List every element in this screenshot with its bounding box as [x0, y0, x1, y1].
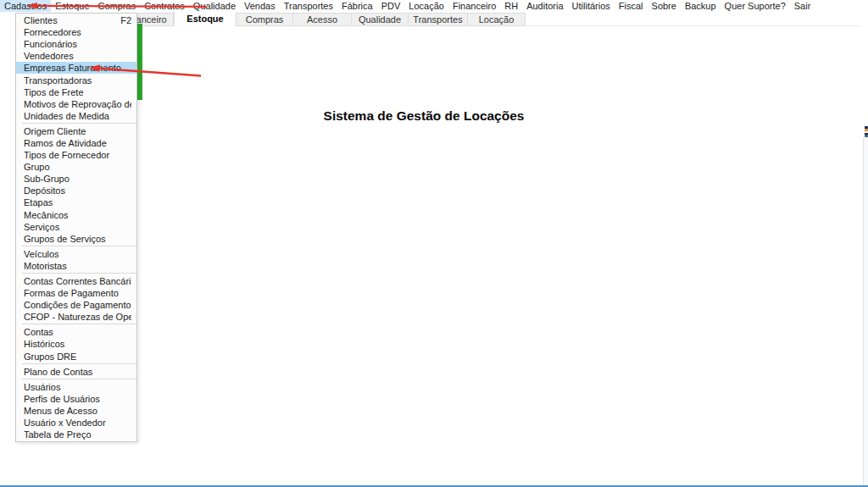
dropdown-item-ramos-de-atividade[interactable]: Ramos de Atividade — [16, 137, 136, 149]
dropdown-item-menus-de-acesso[interactable]: Menus de Acesso — [16, 405, 136, 417]
dropdown-item-usuario-x-vendedor[interactable]: Usuário x Vendedor — [16, 417, 136, 429]
clipped-right-panel-edge — [863, 137, 868, 485]
menu-estoque[interactable]: Estoque — [51, 0, 93, 12]
dropdown-item-depositos[interactable]: Depósitos — [16, 185, 136, 196]
tab-acesso-rapido[interactable]: Acesso Rápido — [293, 13, 352, 26]
dropdown-item-origem-cliente[interactable]: Origem Cliente — [16, 125, 136, 137]
dropdown-item-transportadoras[interactable]: Transportadoras — [16, 74, 136, 86]
dropdown-item-label: Formas de Pagamento — [24, 288, 131, 298]
tab-strip: Financeiro Estoque Compras Acesso Rápido… — [116, 10, 526, 26]
dropdown-item-label: Serviços — [24, 222, 131, 232]
tab-compras[interactable]: Compras — [236, 13, 293, 26]
dropdown-item-grupo[interactable]: Grupo — [16, 161, 136, 173]
dropdown-item-label: Grupos DRE — [24, 351, 131, 362]
dropdown-item-label: Ramos de Atividade — [24, 138, 131, 148]
dropdown-item-label: Tipos de Frete — [24, 87, 131, 97]
menu-separator — [22, 379, 136, 380]
dropdown-item-funcionarios[interactable]: Funcionários — [16, 38, 136, 50]
dropdown-item-label: Motivos de Reprovação de Pedidos — [24, 99, 131, 109]
shortcut-label: F2 — [120, 15, 131, 25]
dropdown-item-label: Menus de Acesso — [24, 406, 131, 416]
dropdown-item-label: Mecânicos — [24, 210, 131, 220]
dropdown-item-label: Históricos — [24, 339, 131, 349]
dropdown-item-label: Sub-Grupo — [24, 174, 131, 184]
dropdown-item-label: Motoristas — [24, 261, 131, 271]
cadastros-dropdown-menu: Clientes F2 Fornecedores Funcionários Ve… — [15, 13, 137, 442]
clipped-edge-icon — [865, 126, 868, 137]
dropdown-item-servicos[interactable]: Serviços — [16, 221, 136, 233]
dropdown-item-fornecedores[interactable]: Fornecedores — [16, 26, 136, 38]
dropdown-item-motivos-reprovacao[interactable]: Motivos de Reprovação de Pedidos — [16, 98, 136, 110]
tab-locacao[interactable]: Locação — [468, 13, 526, 26]
menu-separator — [22, 324, 136, 325]
dropdown-item-veiculos[interactable]: Veículos — [16, 248, 136, 260]
dropdown-item-condicoes-de-pagamento[interactable]: Condições de Pagamento — [16, 299, 136, 311]
tab-qualidade[interactable]: Qualidade — [352, 13, 409, 26]
green-indicator-bar — [137, 24, 142, 100]
dropdown-item-label: Transportadoras — [24, 75, 131, 86]
menu-pdv[interactable]: PDV — [377, 0, 405, 12]
menu-utilitarios[interactable]: Utilitários — [568, 0, 615, 12]
dropdown-item-contas-correntes[interactable]: Contas Correntes Bancárias — [16, 275, 136, 287]
menu-vendas[interactable]: Vendas — [240, 0, 280, 12]
dropdown-item-label: Tipos de Fornecedor — [24, 150, 131, 160]
dropdown-item-formas-de-pagamento[interactable]: Formas de Pagamento — [16, 287, 136, 299]
dropdown-item-contas[interactable]: Contas — [16, 326, 136, 338]
dropdown-item-sub-grupo[interactable]: Sub-Grupo — [16, 173, 136, 185]
dropdown-item-grupos-de-servicos[interactable]: Grupos de Serviços — [16, 233, 136, 245]
menu-fabrica[interactable]: Fábrica — [337, 0, 377, 12]
dropdown-item-vendedores[interactable]: Vendedores — [16, 50, 136, 62]
dropdown-item-perfis-de-usuarios[interactable]: Perfis de Usuários — [16, 393, 136, 405]
tab-estoque[interactable]: Estoque — [174, 10, 236, 26]
dropdown-item-label: Funcionários — [24, 39, 131, 49]
dropdown-item-motoristas[interactable]: Motoristas — [16, 260, 136, 272]
menu-transportes[interactable]: Transportes — [280, 0, 337, 12]
dropdown-item-label: Tabela de Preço — [24, 429, 131, 440]
dropdown-item-label: Contas Correntes Bancárias — [24, 276, 131, 286]
menu-qualidade[interactable]: Qualidade — [189, 0, 240, 12]
dropdown-item-label: Usuários — [24, 382, 131, 392]
menu-backup[interactable]: Backup — [681, 0, 721, 12]
dropdown-item-label: Empresas Faturamento — [24, 63, 131, 73]
menu-compras[interactable]: Compras — [94, 0, 141, 12]
menu-locacao[interactable]: Locação — [404, 0, 448, 12]
dropdown-item-tabela-de-preco[interactable]: Tabela de Preço — [16, 429, 136, 440]
menu-auditoria[interactable]: Auditoria — [522, 0, 567, 12]
dropdown-item-label: Unidades de Medida — [24, 111, 131, 121]
menu-quer-suporte[interactable]: Quer Suporte? — [721, 0, 790, 12]
dropdown-item-label: Usuário x Vendedor — [24, 418, 131, 428]
dropdown-item-label: Fornecedores — [24, 27, 131, 37]
dropdown-item-etapas[interactable]: Etapas — [16, 196, 136, 208]
dropdown-item-tipos-de-frete[interactable]: Tipos de Frete — [16, 86, 136, 98]
dropdown-item-label: Depósitos — [24, 185, 131, 196]
menu-contratos[interactable]: Contratos — [140, 0, 189, 12]
dropdown-item-label: Clientes — [24, 15, 117, 25]
dropdown-item-label: Origem Cliente — [24, 126, 131, 136]
menu-financeiro[interactable]: Financeiro — [448, 0, 500, 12]
dropdown-item-label: Plano de Contas — [24, 367, 131, 377]
dropdown-item-label: CFOP - Naturezas de Operação — [24, 312, 131, 322]
dropdown-item-label: Grupo — [24, 162, 131, 172]
menu-rh[interactable]: RH — [500, 0, 522, 12]
dropdown-item-label: Contas — [24, 327, 131, 337]
dropdown-item-usuarios[interactable]: Usuários — [16, 381, 136, 393]
menu-separator — [22, 363, 136, 365]
menu-separator — [22, 246, 136, 247]
dropdown-item-plano-de-contas[interactable]: Plano de Contas — [16, 366, 136, 378]
dropdown-item-clientes[interactable]: Clientes F2 — [16, 14, 136, 26]
tab-transportes[interactable]: Transportes — [409, 13, 468, 26]
dropdown-item-mecanicos[interactable]: Mecânicos — [16, 209, 136, 221]
dropdown-item-tipos-de-fornecedor[interactable]: Tipos de Fornecedor — [16, 149, 136, 161]
menu-sair[interactable]: Sair — [790, 0, 815, 12]
dropdown-item-grupos-dre[interactable]: Grupos DRE — [16, 351, 136, 362]
dropdown-item-empresas-faturamento[interactable]: Empresas Faturamento — [16, 62, 136, 74]
menu-cadastros[interactable]: Cadastros — [0, 0, 51, 12]
menu-sobre[interactable]: Sobre — [648, 0, 681, 12]
dropdown-item-unidades-de-medida[interactable]: Unidades de Medida — [16, 110, 136, 122]
dropdown-item-cfop[interactable]: CFOP - Naturezas de Operação — [16, 311, 136, 323]
menu-separator — [22, 123, 136, 125]
dropdown-item-historicos[interactable]: Históricos — [16, 338, 136, 350]
dropdown-item-label: Etapas — [24, 197, 131, 208]
menu-fiscal[interactable]: Fiscal — [615, 0, 648, 12]
dropdown-item-label: Condições de Pagamento — [24, 300, 131, 310]
